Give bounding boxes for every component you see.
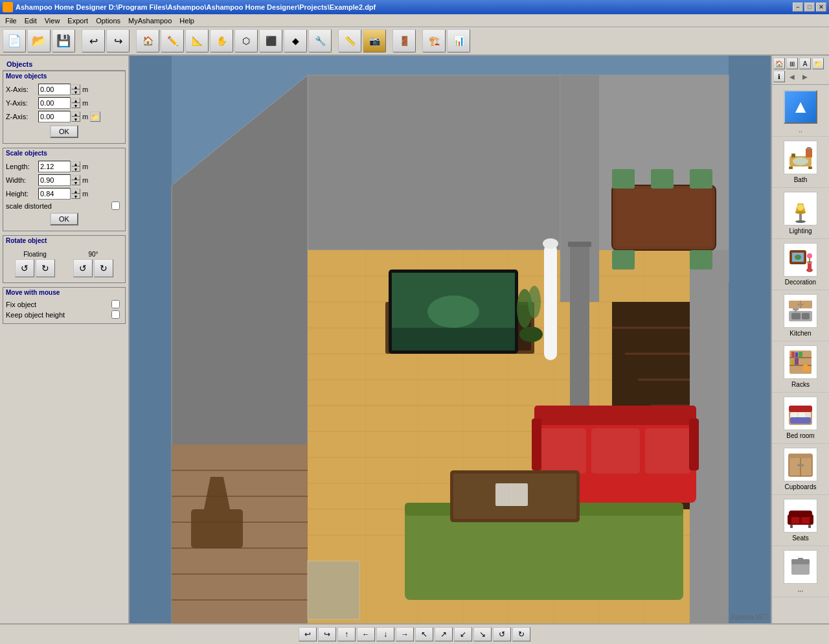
door-tool[interactable]: 🚪	[392, 29, 416, 52]
x-axis-input-wrapper: ▲ ▼ m	[38, 84, 88, 95]
menu-item-myashampoo[interactable]: MyAshampoo	[124, 16, 176, 26]
nav-btn-8[interactable]: ↙	[454, 627, 472, 641]
width-input[interactable]	[38, 174, 71, 186]
close-button[interactable]: ✕	[816, 3, 826, 12]
save-button[interactable]: 💾	[52, 29, 75, 52]
rotate-90-cw-btn[interactable]: ↻	[94, 259, 113, 277]
z-axis-down[interactable]: ▼	[71, 117, 80, 122]
nav-btn-5[interactable]: →	[396, 627, 414, 641]
sidebar-item-lighting[interactable]: Lighting	[772, 188, 829, 239]
length-up[interactable]: ▲	[71, 161, 80, 167]
draw-tool[interactable]: ✏️	[161, 29, 184, 52]
cube-tool[interactable]: ⬛	[259, 29, 282, 52]
toolbar: 📄 📂 💾 ↩ ↪ 🏠 ✏️ 📐 ✋ ⬡ ⬛ ◆ 🔧 📏 📷 🚪 🏗️ 📊	[0, 27, 829, 56]
nav-btn-9[interactable]: ↘	[473, 627, 492, 641]
y-axis-input[interactable]	[38, 97, 71, 109]
length-input[interactable]	[38, 161, 71, 172]
shape-tool[interactable]: ⬡	[234, 29, 258, 52]
camera-button[interactable]: 📷	[363, 29, 386, 52]
menu-item-options[interactable]: Options	[92, 16, 124, 26]
up-arrow-button[interactable]: ▲	[784, 90, 817, 124]
menu-item-view[interactable]: View	[41, 16, 64, 26]
sidebar-text-btn[interactable]: A	[799, 58, 811, 69]
sidebar-item-bath[interactable]: Bath	[772, 137, 829, 188]
z-axis-up[interactable]: ▲	[71, 111, 80, 117]
pipe-tool[interactable]: 🔧	[308, 29, 332, 52]
svg-marker-1	[308, 75, 560, 250]
move-with-mouse-content: Fix object Keep object height	[3, 297, 125, 323]
scale-height-input[interactable]	[38, 188, 71, 200]
sidebar-grid-btn[interactable]: ⊞	[786, 58, 798, 69]
nav-btn-10[interactable]: ↺	[493, 627, 511, 641]
scale-distorted-checkbox[interactable]	[111, 201, 120, 210]
redo-button[interactable]: ↪	[106, 29, 130, 52]
sidebar-nav-left[interactable]: ◀	[786, 71, 798, 82]
undo-button[interactable]: ↩	[82, 29, 105, 52]
maximize-button[interactable]: □	[804, 3, 815, 12]
nav-btn-1[interactable]: ↪	[318, 627, 336, 641]
menu-item-edit[interactable]: Edit	[21, 16, 41, 26]
rotate-cw-btn[interactable]: ↻	[36, 259, 55, 277]
sidebar-nav-right[interactable]: ▶	[799, 71, 811, 82]
nav-btn-6[interactable]: ↖	[415, 627, 433, 641]
menu-item-help[interactable]: Help	[176, 16, 198, 26]
rotate-90-ccw-btn[interactable]: ↺	[73, 259, 93, 277]
fix-object-checkbox[interactable]	[111, 300, 120, 308]
x-axis-input[interactable]	[38, 84, 71, 95]
sidebar-folder-btn[interactable]: 📁	[812, 58, 824, 69]
open-button[interactable]: 📂	[27, 29, 51, 52]
scale-ok-button[interactable]: OK	[50, 213, 78, 225]
sidebar-item-cupboards[interactable]: Cupboards	[772, 444, 829, 495]
rotate-ccw-btn[interactable]: ↺	[15, 259, 34, 277]
move-ok-button[interactable]: OK	[50, 125, 78, 138]
nav-btn-7[interactable]: ↗	[435, 627, 453, 641]
sidebar-item-bedroom[interactable]: Bed room	[772, 393, 829, 444]
nav-btn-3[interactable]: ←	[357, 627, 375, 641]
width-label: Width:	[6, 176, 38, 184]
measure-tool[interactable]: 📏	[338, 29, 361, 52]
svg-point-50	[528, 286, 541, 318]
canvas-area[interactable]: Kopona.NET	[130, 56, 771, 623]
y-axis-up[interactable]: ▲	[71, 98, 80, 103]
x-axis-up[interactable]: ▲	[71, 84, 80, 89]
svg-rect-108	[789, 357, 812, 358]
scale-height-down[interactable]: ▼	[71, 194, 80, 199]
scale-height-up[interactable]: ▲	[71, 189, 80, 194]
z-axis-extra-btn[interactable]: 📁	[90, 111, 100, 122]
length-down[interactable]: ▼	[71, 167, 80, 172]
svg-point-97	[807, 253, 812, 259]
nav-btn-11[interactable]: ↻	[512, 627, 530, 641]
length-label: Length:	[6, 163, 38, 170]
sidebar-top-row: 🏠 ⊞ A 📁 ℹ ◀ ▶	[772, 56, 829, 85]
z-axis-input[interactable]	[38, 111, 71, 122]
move-tool[interactable]: ✋	[210, 29, 233, 52]
nav-btn-4[interactable]: ↓	[376, 627, 394, 641]
svg-rect-130	[790, 517, 799, 523]
nav-btn-2[interactable]: ↑	[337, 627, 356, 641]
select-tool[interactable]: 📐	[185, 29, 209, 52]
width-up[interactable]: ▲	[71, 175, 80, 180]
sidebar-item-kitchen[interactable]: Kitchen	[772, 290, 829, 341]
sidebar-item-seats[interactable]: Seats	[772, 495, 829, 546]
width-down[interactable]: ▼	[71, 180, 80, 185]
menu-item-file[interactable]: File	[1, 16, 21, 26]
sidebar-item-more[interactable]: ...	[772, 546, 829, 597]
sidebar-home-btn[interactable]: 🏠	[773, 58, 785, 69]
new-button[interactable]: 📄	[3, 29, 26, 52]
measure2-tool[interactable]: 📊	[447, 29, 470, 52]
sidebar-item-racks[interactable]: Racks	[772, 341, 829, 393]
svg-rect-116	[803, 365, 808, 367]
sidebar-item-decoration[interactable]: Decoration	[772, 239, 829, 290]
nav-btn-0[interactable]: ↩	[299, 627, 317, 641]
draw-wall-button[interactable]: 🏠	[136, 29, 159, 52]
diamond-tool[interactable]: ◆	[284, 29, 307, 52]
sidebar-info-btn[interactable]: ℹ	[773, 71, 785, 82]
stairs-tool[interactable]: 🏗️	[422, 29, 446, 52]
menu-bar: FileEditViewExportOptionsMyAshampooHelp	[0, 14, 829, 27]
keep-height-checkbox[interactable]	[111, 310, 120, 319]
menu-item-export[interactable]: Export	[63, 16, 92, 26]
y-axis-down[interactable]: ▼	[71, 103, 80, 108]
svg-rect-79	[791, 154, 795, 157]
x-axis-down[interactable]: ▼	[71, 89, 80, 95]
minimize-button[interactable]: −	[793, 3, 803, 12]
